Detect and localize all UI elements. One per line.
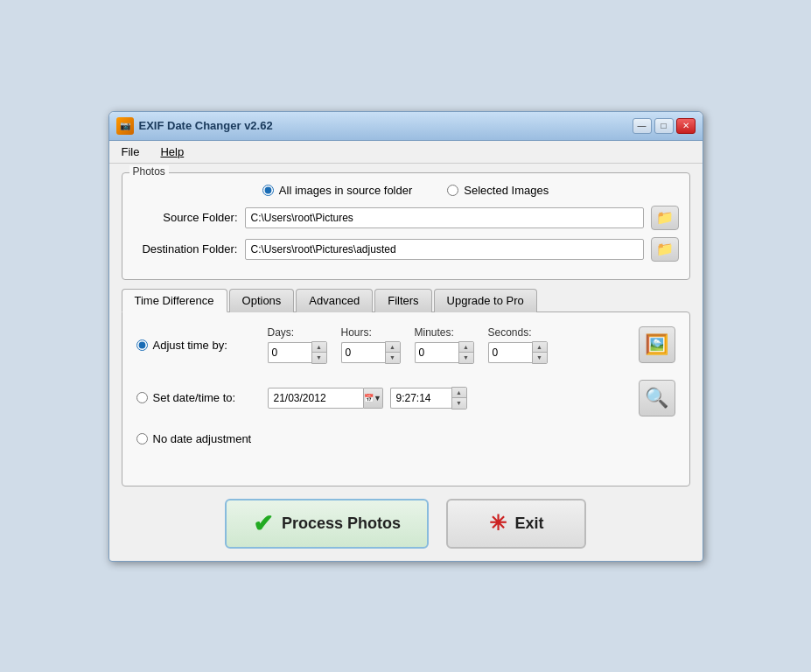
selected-images-radio-label[interactable]: Selected Images: [447, 184, 549, 197]
app-icon: 📷: [116, 117, 134, 135]
no-date-row: No date adjustment: [136, 432, 675, 445]
menubar: File Help: [109, 141, 703, 164]
set-action-button[interactable]: 🔍: [639, 380, 675, 416]
image-selection-row: All images in source folder Selected Ima…: [133, 184, 679, 197]
hours-up-button[interactable]: ▲: [386, 342, 400, 353]
folder-camera-icon: 📁: [656, 209, 674, 226]
exit-button[interactable]: ✳ Exit: [446, 499, 586, 549]
adjust-time-radio[interactable]: [136, 340, 148, 351]
hours-input[interactable]: [341, 342, 385, 363]
tab-time-difference[interactable]: Time Difference: [122, 289, 227, 312]
hours-label: Hours:: [341, 326, 401, 339]
minutes-down-button[interactable]: ▼: [459, 353, 473, 363]
exit-spinner-icon: ✳: [489, 511, 507, 536]
no-date-radio-label[interactable]: No date adjustment: [136, 432, 268, 445]
seconds-up-button[interactable]: ▲: [533, 342, 547, 353]
all-images-radio[interactable]: [262, 185, 274, 196]
tab-advanced[interactable]: Advanced: [296, 289, 373, 312]
titlebar-left: 📷 EXIF Date Changer v2.62: [116, 117, 273, 135]
window-title: EXIF Date Changer v2.62: [139, 119, 273, 132]
time-up-button[interactable]: ▲: [452, 388, 466, 398]
all-images-radio-label[interactable]: All images in source folder: [262, 184, 412, 197]
source-folder-browse-button[interactable]: 📁: [651, 206, 679, 230]
tabs: Time Difference Options Advanced Filters…: [122, 289, 690, 312]
titlebar-buttons: — □ ✕: [633, 118, 696, 134]
days-field: Days: ▲ ▼: [268, 326, 327, 364]
set-datetime-radio-label[interactable]: Set date/time to:: [136, 391, 268, 404]
days-spinner: ▲ ▼: [268, 341, 327, 364]
photos-group-label: Photos: [129, 165, 169, 178]
minutes-input[interactable]: [415, 342, 458, 363]
menu-file[interactable]: File: [116, 144, 145, 160]
tab-upgrade-to-pro[interactable]: Upgrade to Pro: [434, 289, 537, 312]
dest-folder-camera-icon: 📁: [656, 241, 674, 257]
days-label: Days:: [268, 326, 327, 339]
date-time-inputs: 📅▼ ▲ ▼: [268, 387, 630, 410]
time-input[interactable]: [390, 388, 451, 409]
selected-images-label: Selected Images: [464, 184, 549, 197]
dest-folder-label: Destination Folder:: [133, 242, 238, 256]
image-edit-icon: 🖼️: [645, 333, 668, 356]
seconds-spinner: ▲ ▼: [488, 341, 548, 364]
adjust-time-row: Adjust time by: Days: ▲ ▼: [136, 326, 675, 364]
time-down-button[interactable]: ▼: [452, 398, 466, 409]
all-images-label: All images in source folder: [279, 184, 412, 197]
hours-spinner-btns: ▲ ▼: [385, 341, 401, 364]
seconds-field: Seconds: ▲ ▼: [488, 326, 548, 364]
checkmark-icon: ✔: [253, 509, 273, 538]
dest-folder-row: Destination Folder: 📁: [133, 237, 679, 262]
maximize-button[interactable]: □: [654, 118, 674, 134]
no-date-label: No date adjustment: [153, 432, 252, 445]
minutes-field: Minutes: ▲ ▼: [415, 326, 474, 364]
date-field: 📅▼: [268, 388, 383, 409]
dest-folder-input[interactable]: [245, 239, 644, 260]
seconds-spinner-btns: ▲ ▼: [532, 341, 548, 364]
set-datetime-label: Set date/time to:: [153, 391, 236, 404]
image-search-icon: 🔍: [645, 387, 668, 410]
date-calendar-button[interactable]: 📅▼: [364, 388, 383, 409]
set-action-btn-wrap: 🔍: [639, 380, 675, 416]
date-input[interactable]: [268, 388, 364, 409]
minutes-up-button[interactable]: ▲: [459, 342, 473, 353]
selected-images-radio[interactable]: [447, 185, 458, 196]
days-down-button[interactable]: ▼: [312, 353, 326, 363]
tab-content: Adjust time by: Days: ▲ ▼: [122, 312, 690, 486]
seconds-label: Seconds:: [488, 326, 548, 339]
bottom-buttons: ✔ Process Photos ✳ Exit: [122, 499, 690, 549]
titlebar: 📷 EXIF Date Changer v2.62 — □ ✕: [109, 112, 703, 141]
days-up-button[interactable]: ▲: [312, 342, 326, 353]
tab-options[interactable]: Options: [229, 289, 295, 312]
process-photos-label: Process Photos: [282, 514, 401, 533]
photos-group: Photos All images in source folder Selec…: [122, 172, 690, 280]
seconds-down-button[interactable]: ▼: [533, 353, 547, 363]
adjust-action-btn-wrap: 🖼️: [639, 326, 675, 363]
hours-spinner: ▲ ▼: [341, 341, 401, 364]
source-folder-label: Source Folder:: [133, 211, 238, 224]
time-spinner-btns: ▲ ▼: [451, 387, 467, 410]
minutes-label: Minutes:: [415, 326, 474, 339]
adjust-time-label: Adjust time by:: [153, 339, 227, 352]
main-window: 📷 EXIF Date Changer v2.62 — □ ✕ File Hel…: [108, 111, 703, 562]
source-folder-row: Source Folder: 📁: [133, 206, 679, 230]
minutes-spinner-btns: ▲ ▼: [458, 341, 474, 364]
exit-label: Exit: [515, 514, 544, 533]
main-content: Photos All images in source folder Selec…: [109, 164, 703, 561]
process-photos-button[interactable]: ✔ Process Photos: [225, 499, 429, 549]
adjust-time-radio-label[interactable]: Adjust time by:: [136, 339, 268, 352]
source-folder-input[interactable]: [245, 207, 644, 228]
minutes-spinner: ▲ ▼: [415, 341, 474, 364]
close-button[interactable]: ✕: [676, 118, 696, 134]
days-input[interactable]: [268, 342, 311, 363]
dest-folder-browse-button[interactable]: 📁: [651, 237, 679, 262]
calendar-icon: 📅▼: [364, 394, 381, 402]
seconds-input[interactable]: [488, 342, 532, 363]
hours-down-button[interactable]: ▼: [386, 353, 400, 363]
tab-filters[interactable]: Filters: [374, 289, 431, 312]
menu-help[interactable]: Help: [155, 144, 189, 160]
no-date-radio[interactable]: [136, 433, 148, 444]
set-datetime-radio[interactable]: [136, 392, 148, 403]
minimize-button[interactable]: —: [633, 118, 652, 134]
time-fields: Days: ▲ ▼ Hours:: [268, 326, 630, 364]
adjust-action-button[interactable]: 🖼️: [639, 326, 675, 363]
set-datetime-row: Set date/time to: 📅▼ ▲ ▼: [136, 380, 675, 416]
